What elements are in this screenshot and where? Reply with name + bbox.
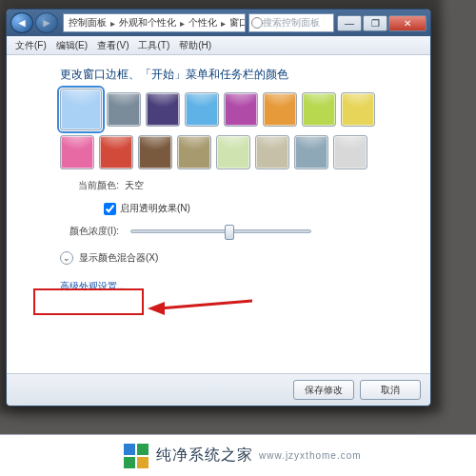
intensity-label: 颜色浓度(I): (60, 225, 119, 238)
breadcrumb-seg[interactable]: 控制面板 (69, 16, 107, 30)
menu-view[interactable]: 查看(V) (92, 39, 133, 52)
nav-back-button[interactable]: ◄ (10, 12, 33, 33)
color-swatch[interactable] (185, 92, 219, 127)
color-swatch[interactable] (333, 135, 367, 169)
maximize-button[interactable]: ❐ (363, 15, 387, 31)
color-swatch[interactable] (177, 135, 211, 169)
watermark-sub: www.jzyxthome.com (259, 450, 362, 461)
menu-help[interactable]: 帮助(H) (174, 39, 216, 52)
menu-tools[interactable]: 工具(T) (133, 39, 174, 52)
titlebar: ◄ ► 控制面板 ▸ 外观和个性化 ▸ 个性化 ▸ 窗口颜色和外观 搜索控制面板… (7, 10, 430, 36)
intensity-slider[interactable] (130, 229, 311, 233)
color-swatch[interactable] (294, 135, 328, 169)
chevron-right-icon: ▸ (176, 18, 188, 29)
transparency-label: 启用透明效果(N) (120, 202, 190, 215)
color-swatch[interactable] (107, 92, 141, 127)
color-swatch[interactable] (255, 135, 289, 169)
watermark-text: 纯净系统之家 (156, 446, 253, 466)
menubar: 文件(F) 编辑(E) 查看(V) 工具(T) 帮助(H) (7, 36, 430, 55)
breadcrumb[interactable]: 控制面板 ▸ 外观和个性化 ▸ 个性化 ▸ 窗口颜色和外观 (63, 13, 246, 32)
color-swatch[interactable] (138, 135, 172, 169)
chevron-down-icon: ⌄ (60, 251, 73, 265)
color-swatch[interactable] (60, 135, 94, 169)
watermark: 纯净系统之家 www.jzyxthome.com (0, 434, 476, 476)
minimize-button[interactable]: — (337, 15, 362, 31)
menu-edit[interactable]: 编辑(E) (51, 39, 92, 52)
color-swatch[interactable] (341, 92, 375, 127)
page-title: 更改窗口边框、「开始」菜单和任务栏的颜色 (60, 67, 407, 83)
mixer-label: 显示颜色混合器(X) (79, 251, 158, 265)
watermark-logo-icon (124, 444, 149, 468)
current-color-label: 当前颜色: (60, 179, 119, 192)
advanced-appearance-link[interactable]: 高级外观设置... (60, 280, 125, 293)
color-swatch[interactable] (99, 135, 133, 169)
close-button[interactable]: ✕ (388, 15, 426, 31)
color-row-2 (60, 135, 407, 169)
slider-thumb[interactable] (225, 225, 234, 240)
color-swatch[interactable] (146, 92, 180, 127)
breadcrumb-seg[interactable]: 窗口颜色和外观 (229, 16, 246, 30)
nav-forward-button[interactable]: ► (35, 12, 58, 33)
search-input[interactable]: 搜索控制面板 (248, 13, 334, 32)
dialog-footer: 保存修改 取消 (7, 373, 430, 406)
chevron-right-icon: ▸ (107, 18, 119, 29)
current-color-value: 天空 (125, 179, 144, 192)
breadcrumb-seg[interactable]: 外观和个性化 (119, 16, 176, 30)
personalization-window: ◄ ► 控制面板 ▸ 外观和个性化 ▸ 个性化 ▸ 窗口颜色和外观 搜索控制面板… (6, 9, 431, 407)
save-button[interactable]: 保存修改 (293, 380, 354, 400)
color-row-1 (60, 92, 407, 130)
svg-line-0 (159, 301, 252, 308)
menu-file[interactable]: 文件(F) (10, 39, 51, 52)
svg-marker-1 (148, 302, 165, 315)
transparency-checkbox[interactable] (104, 203, 116, 215)
color-swatch[interactable] (216, 135, 250, 169)
content-area: 更改窗口边框、「开始」菜单和任务栏的颜色 当前颜色: 天空 启用透明效果(N) … (7, 55, 430, 373)
breadcrumb-seg[interactable]: 个性化 (188, 16, 217, 30)
chevron-right-icon: ▸ (217, 18, 229, 29)
color-swatch[interactable] (263, 92, 297, 127)
annotation-arrow-icon (148, 295, 252, 322)
color-swatch[interactable] (302, 92, 336, 127)
color-mixer-expander[interactable]: ⌄ 显示颜色混合器(X) (60, 251, 407, 265)
color-swatch[interactable] (224, 92, 258, 127)
color-swatch[interactable] (60, 89, 102, 130)
cancel-button[interactable]: 取消 (360, 380, 421, 400)
